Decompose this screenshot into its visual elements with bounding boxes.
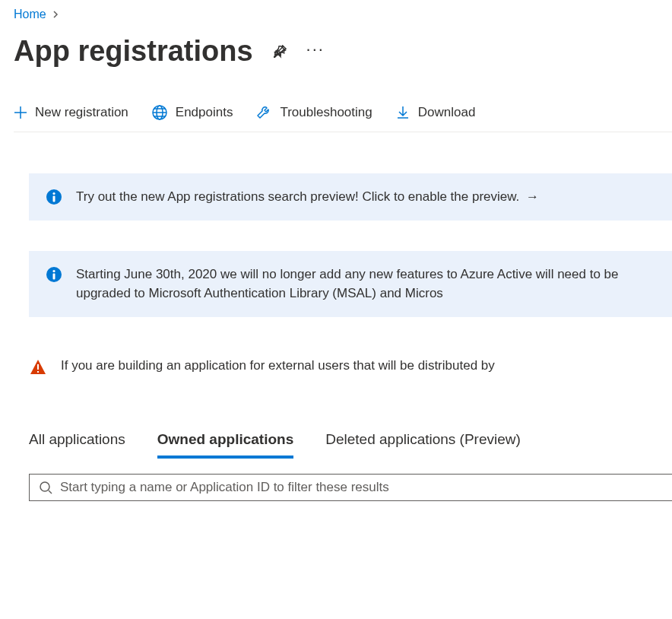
svg-point-6	[52, 269, 55, 271]
info-icon	[46, 266, 62, 283]
toolbar-label: Download	[418, 105, 476, 120]
toolbar: New registration Endpoints Troubleshooti…	[14, 104, 672, 132]
svg-rect-4	[53, 196, 55, 202]
svg-point-10	[40, 482, 49, 491]
svg-rect-8	[37, 364, 39, 370]
page-title: App registrations	[14, 35, 253, 68]
more-icon[interactable]: ···	[306, 41, 325, 58]
new-registration-button[interactable]: New registration	[14, 105, 128, 120]
search-box[interactable]	[29, 474, 672, 501]
endpoints-button[interactable]: Endpoints	[151, 104, 233, 121]
tabs: All applications Owned applications Dele…	[29, 431, 672, 459]
download-icon	[395, 105, 410, 120]
warning-row: If you are building an application for e…	[29, 358, 672, 376]
search-input[interactable]	[60, 480, 672, 495]
globe-icon	[151, 104, 168, 121]
arrow-right-icon: →	[526, 189, 539, 204]
tab-owned-applications[interactable]: Owned applications	[157, 431, 293, 459]
plus-icon	[14, 106, 27, 119]
download-button[interactable]: Download	[395, 105, 476, 120]
breadcrumb: Home	[14, 8, 672, 21]
toolbar-label: New registration	[35, 105, 128, 120]
warning-text: If you are building an application for e…	[61, 358, 495, 373]
pin-icon[interactable]	[271, 43, 288, 60]
page-header: App registrations ···	[14, 35, 672, 68]
breadcrumb-home-link[interactable]: Home	[14, 8, 46, 21]
toolbar-label: Troubleshooting	[280, 105, 372, 120]
svg-point-3	[52, 192, 55, 195]
search-icon	[39, 481, 52, 494]
chevron-right-icon	[52, 8, 60, 21]
banner-text: Try out the new App registrations search…	[76, 187, 539, 207]
tab-all-applications[interactable]: All applications	[29, 431, 125, 459]
svg-rect-9	[37, 371, 39, 373]
info-icon	[46, 189, 62, 205]
warning-icon	[29, 358, 47, 376]
banner-text-content: Try out the new App registrations search…	[76, 189, 519, 204]
svg-rect-7	[53, 273, 55, 279]
toolbar-label: Endpoints	[176, 105, 233, 120]
troubleshooting-button[interactable]: Troubleshooting	[255, 104, 372, 121]
wrench-icon	[255, 104, 272, 121]
banner-text: Starting June 30th, 2020 we will no long…	[76, 265, 655, 303]
info-banner-preview[interactable]: Try out the new App registrations search…	[29, 173, 672, 221]
tab-deleted-applications[interactable]: Deleted applications (Preview)	[325, 431, 521, 459]
info-banner-deprecation: Starting June 30th, 2020 we will no long…	[29, 251, 672, 317]
